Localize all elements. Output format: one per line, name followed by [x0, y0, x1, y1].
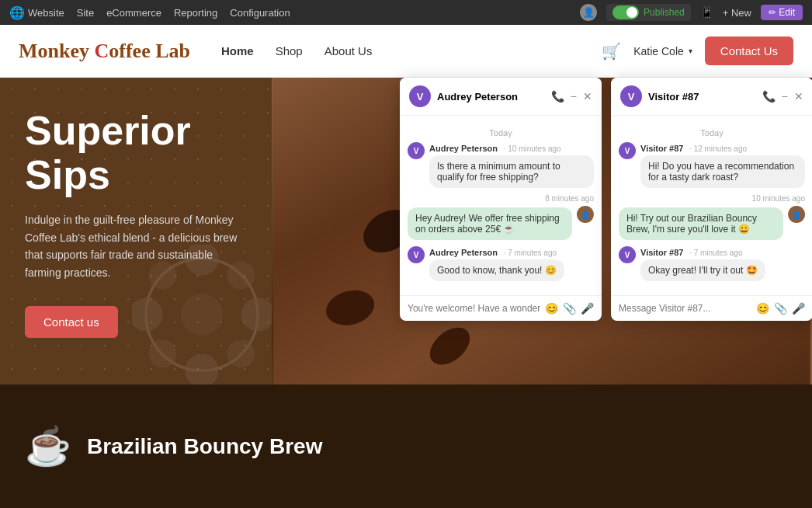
- mic-icon-2[interactable]: 🎤: [792, 302, 805, 315]
- agent-avatar-2: 👤: [788, 206, 805, 223]
- msg-bubble-visitor87-1: Hi! Do you have a recommendation for a t…: [640, 155, 805, 188]
- svg-point-2: [185, 353, 218, 384]
- msg-agent-1: 👤 Hey Audrey! We offer free shipping on …: [408, 206, 594, 240]
- attachment-icon-2[interactable]: 📎: [774, 302, 787, 315]
- published-toggle[interactable]: Published: [606, 4, 691, 21]
- msg-sender-visitor87-2: Visitor #87: [640, 248, 683, 257]
- user-avatar[interactable]: 👤: [580, 4, 597, 21]
- close-icon-2[interactable]: ✕: [794, 90, 803, 103]
- msg-sender-audrey-1: Audrey Peterson: [429, 144, 498, 153]
- main-nav: Monkey Coffee Lab Home Shop About Us 🛒 K…: [0, 25, 812, 78]
- msg-time-audrey-1: · 10 minutes ago: [504, 144, 561, 153]
- msg-time-agent-1: 8 minutes ago: [408, 194, 594, 203]
- new-button[interactable]: + New: [723, 7, 751, 19]
- chat-date-audrey: Today: [408, 128, 594, 137]
- nav-about[interactable]: About Us: [324, 44, 373, 57]
- chat-input-icons-visitor87: 😊 📎 🎤: [756, 302, 805, 315]
- chat-controls-audrey: 📞 − ✕: [551, 90, 592, 103]
- ecommerce-menu[interactable]: eCommerce: [106, 7, 161, 19]
- chat-controls-visitor87: 📞 − ✕: [762, 90, 803, 103]
- chat-input-audrey[interactable]: [408, 303, 540, 314]
- msg-time-visitor87-2: · 7 minutes ago: [689, 249, 742, 257]
- nav-shop[interactable]: Shop: [276, 44, 303, 57]
- msg-bubble-visitor87-2: Okay great! I'll try it out 🤩: [640, 259, 765, 281]
- mobile-icon[interactable]: 📱: [700, 6, 713, 19]
- brew-section: ☕ Brazilian Bouncy Brew: [0, 384, 812, 508]
- msg-content-agent-1: Hey Audrey! We offer free shipping on or…: [408, 206, 572, 240]
- brew-title: Brazilian Bouncy Brew: [87, 434, 322, 459]
- user-menu[interactable]: Katie Cole ▾: [633, 45, 692, 57]
- msg-time-agent-2: 10 minutes ago: [619, 194, 805, 203]
- mic-icon[interactable]: 🎤: [581, 302, 594, 315]
- cart-icon[interactable]: 🛒: [602, 42, 621, 61]
- msg-sender-visitor87-1: Visitor #87: [640, 144, 683, 153]
- chat-input-visitor87[interactable]: [619, 303, 751, 314]
- chat-input-icons-audrey: 😊 📎 🎤: [545, 302, 594, 315]
- msg-audrey-2: V Audrey Peterson · 7 minutes ago Good t…: [408, 246, 594, 281]
- chevron-down-icon: ▾: [689, 47, 692, 55]
- chat-header-audrey: V Audrey Peterson 📞 − ✕: [400, 78, 602, 116]
- chat-header-visitor87: V Visitor #87 📞 − ✕: [611, 78, 812, 116]
- configuration-menu[interactable]: Configuration: [230, 7, 290, 19]
- nav-links: Home Shop About Us: [221, 44, 372, 57]
- admin-bar: 🌐 Website Site eCommerce Reporting Confi…: [0, 0, 812, 25]
- chat-body-visitor87: Today V Visitor #87 · 12 minutes ago Hi!…: [611, 116, 812, 295]
- svg-point-3: [132, 297, 163, 331]
- svg-point-9: [181, 294, 223, 336]
- chat-input-area-visitor87: 😊 📎 🎤: [611, 295, 812, 321]
- minimize-icon[interactable]: −: [571, 90, 577, 103]
- msg-avatar-audrey-1: V: [408, 142, 425, 159]
- msg-bubble-agent-visitor87-1: Hi! Try out our Brazilian Bouncy Brew, I…: [619, 207, 783, 240]
- msg-content-audrey-2: Audrey Peterson · 7 minutes ago Good to …: [429, 246, 594, 281]
- msg-avatar-visitor87-1: V: [619, 142, 636, 159]
- msg-visitor87-2: V Visitor #87 · 7 minutes ago Okay great…: [619, 246, 805, 281]
- msg-bubble-audrey-1: Is there a minimum amount to qualify for…: [429, 155, 594, 188]
- hero-left: Superior Sips Indulge in the guilt-free …: [0, 78, 272, 384]
- msg-visitor87-1: V Visitor #87 · 12 minutes ago Hi! Do yo…: [619, 142, 805, 188]
- msg-content-audrey-1: Audrey Peterson · 10 minutes ago Is ther…: [429, 142, 594, 188]
- chat-avatar-audrey: V: [409, 85, 431, 107]
- site-menu[interactable]: Site: [77, 7, 94, 19]
- emoji-icon-2[interactable]: 😊: [756, 302, 769, 315]
- msg-audrey-1: V Audrey Peterson · 10 minutes ago Is th…: [408, 142, 594, 188]
- msg-bubble-agent-1: Hey Audrey! We offer free shipping on or…: [408, 207, 572, 240]
- emoji-icon[interactable]: 😊: [545, 302, 558, 315]
- chat-window-audrey: V Audrey Peterson 📞 − ✕ Today V Audrey P…: [400, 78, 602, 321]
- chat-name-visitor87: Visitor #87: [648, 91, 756, 103]
- close-icon[interactable]: ✕: [583, 90, 592, 103]
- msg-content-agent-visitor87-1: Hi! Try out our Brazilian Bouncy Brew, I…: [619, 206, 783, 240]
- msg-content-visitor87-2: Visitor #87 · 7 minutes ago Okay great! …: [640, 246, 805, 281]
- admin-bar-right: 👤 Published 📱 + New ✏ Edit: [580, 4, 803, 21]
- hero-subtitle: Indulge in the guilt-free pleasure of Mo…: [25, 211, 247, 281]
- toggle-switch[interactable]: [612, 5, 639, 19]
- minimize-icon-2[interactable]: −: [782, 90, 788, 103]
- chat-input-area-audrey: 😊 📎 🎤: [400, 295, 602, 321]
- nav-home[interactable]: Home: [221, 44, 254, 57]
- edit-button[interactable]: ✏ Edit: [761, 5, 803, 20]
- chat-body-audrey: Today V Audrey Peterson · 10 minutes ago…: [400, 116, 602, 295]
- coffee-cup-icon: ☕: [25, 425, 71, 468]
- user-name: Katie Cole: [633, 45, 684, 57]
- msg-avatar-visitor87-2: V: [619, 246, 636, 263]
- chat-overlay: V Audrey Peterson 📞 − ✕ Today V Audrey P…: [400, 78, 812, 321]
- msg-avatar-audrey-2: V: [408, 246, 425, 263]
- svg-point-8: [227, 339, 255, 367]
- website-label: Website: [28, 7, 64, 19]
- msg-agent-visitor87-1: 👤 Hi! Try out our Brazilian Bouncy Brew,…: [619, 206, 805, 240]
- svg-point-7: [149, 339, 177, 367]
- chat-date-visitor87: Today: [619, 128, 805, 137]
- website-menu[interactable]: 🌐 Website: [9, 5, 64, 20]
- reporting-menu[interactable]: Reporting: [174, 7, 217, 19]
- chat-window-visitor87: V Visitor #87 📞 − ✕ Today V Visitor #87 …: [611, 78, 812, 321]
- attachment-icon[interactable]: 📎: [563, 302, 576, 315]
- msg-time-visitor87-1: · 12 minutes ago: [689, 144, 747, 153]
- msg-content-visitor87-1: Visitor #87 · 12 minutes ago Hi! Do you …: [640, 142, 805, 188]
- msg-time-audrey-2: · 7 minutes ago: [504, 249, 557, 257]
- phone-icon[interactable]: 📞: [551, 90, 564, 103]
- msg-sender-audrey-2: Audrey Peterson: [429, 248, 498, 257]
- nav-contact-us-button[interactable]: Contact Us: [705, 37, 793, 65]
- logo: Monkey Coffee Lab: [19, 40, 190, 63]
- phone-icon-2[interactable]: 📞: [762, 90, 776, 103]
- nav-right: 🛒 Katie Cole ▾ Contact Us: [602, 37, 793, 65]
- hero-contact-button[interactable]: Contact us: [25, 306, 118, 338]
